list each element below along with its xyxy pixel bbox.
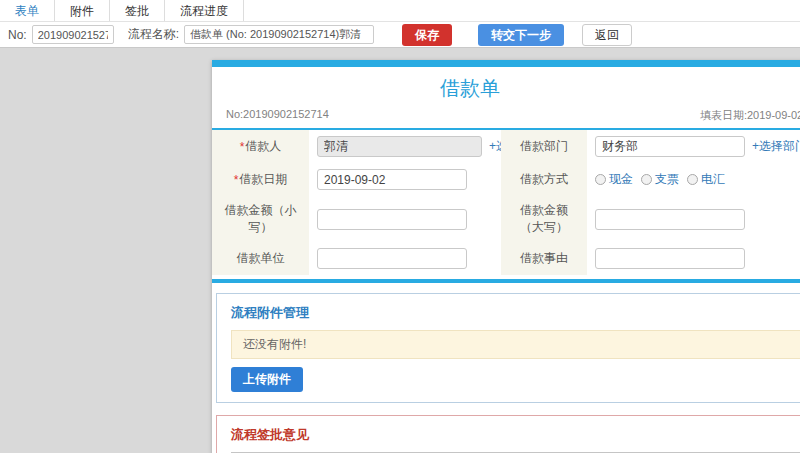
page-title: 借款单 [212, 75, 728, 102]
borrower-field-cell: +选择人员 [309, 130, 501, 163]
process-name-input[interactable] [184, 25, 374, 44]
borrow-date-label: * 借款日期 [212, 163, 309, 196]
department-label: 借款部门 [501, 130, 587, 163]
borrow-method-field-cell: 现金 支票 电汇 [587, 163, 800, 196]
form-no-text: No:20190902152714 [226, 108, 329, 123]
radio-cash-label: 现金 [609, 171, 633, 188]
form-date-text: 填表日期:2019-09-02 15:27:1 [700, 108, 800, 123]
approval-section: 流程签批意见 B I abc [216, 415, 800, 453]
radio-button-icon[interactable] [595, 174, 606, 185]
loan-form-panel: 借款单 No:20190902152714 填表日期:2019-09-02 15… [212, 60, 800, 453]
back-button[interactable]: 返回 [582, 24, 632, 46]
tab-bar: 表单 附件 签批 流程进度 [0, 0, 800, 22]
tab-process-progress[interactable]: 流程进度 [165, 0, 244, 21]
amount-lowercase-label-text: 借款金额（小写） [220, 202, 301, 236]
no-attachments-alert: 还没有附件! [231, 330, 800, 359]
radio-wire-transfer-label: 电汇 [701, 171, 725, 188]
no-input[interactable] [32, 25, 114, 44]
amount-uppercase-field-cell [587, 196, 800, 242]
department-label-text: 借款部门 [520, 138, 568, 155]
radio-cash[interactable]: 现金 [595, 171, 633, 188]
borrow-date-label-text: 借款日期 [239, 171, 287, 188]
loan-form-grid: * 借款人 +选择人员 借款部门 +选择部门 * 借款日期 借款方式 [212, 128, 800, 275]
tab-attachments[interactable]: 附件 [55, 0, 110, 21]
department-field-cell: +选择部门 [587, 130, 800, 163]
no-label: No: [8, 28, 27, 42]
process-name-label: 流程名称: [128, 26, 179, 43]
radio-cheque[interactable]: 支票 [641, 171, 679, 188]
borrower-label: * 借款人 [212, 130, 309, 163]
attachments-section-title: 流程附件管理 [231, 304, 800, 322]
tab-form[interactable]: 表单 [0, 0, 55, 21]
borrow-date-field-cell [309, 163, 501, 196]
borrow-reason-label-text: 借款事由 [520, 250, 568, 267]
radio-button-icon[interactable] [641, 174, 652, 185]
borrow-method-radio-group: 现金 支票 电汇 [595, 171, 733, 188]
panel-top-accent-bar [212, 60, 800, 67]
radio-cheque-label: 支票 [655, 171, 679, 188]
tab-approval[interactable]: 签批 [110, 0, 165, 21]
borrow-unit-field-cell [309, 242, 501, 275]
control-bar: No: 流程名称: 保存 转交下一步 返回 [0, 22, 800, 48]
amount-lowercase-label: 借款金额（小写） [212, 196, 309, 242]
amount-lowercase-field-cell [309, 196, 501, 242]
borrow-method-label-text: 借款方式 [520, 171, 568, 188]
department-input[interactable] [595, 136, 745, 157]
amount-lowercase-input[interactable] [317, 209, 467, 230]
borrow-reason-input[interactable] [595, 248, 745, 269]
form-meta-row: No:20190902152714 填表日期:2019-09-02 15:27:… [212, 108, 800, 123]
radio-button-icon[interactable] [687, 174, 698, 185]
amount-uppercase-label: 借款金额（大写） [501, 196, 587, 242]
borrow-unit-label: 借款单位 [212, 242, 309, 275]
borrow-date-input[interactable] [317, 169, 467, 190]
required-mark: * [234, 173, 239, 187]
amount-uppercase-label-text: 借款金额（大写） [509, 202, 579, 236]
forward-next-step-button[interactable]: 转交下一步 [478, 24, 564, 46]
upload-attachment-button[interactable]: 上传附件 [231, 367, 303, 392]
required-mark: * [240, 140, 245, 154]
borrower-label-text: 借款人 [245, 138, 281, 155]
borrower-input[interactable] [317, 136, 482, 157]
borrow-unit-input[interactable] [317, 248, 467, 269]
save-button[interactable]: 保存 [402, 24, 452, 46]
borrow-method-label: 借款方式 [501, 163, 587, 196]
attachments-section: 流程附件管理 还没有附件! 上传附件 [216, 293, 800, 403]
select-department-link[interactable]: +选择部门 [752, 138, 800, 155]
borrow-reason-field-cell [587, 242, 800, 275]
amount-uppercase-input[interactable] [595, 209, 745, 230]
form-bottom-accent-bar [212, 279, 800, 283]
radio-wire-transfer[interactable]: 电汇 [687, 171, 725, 188]
borrow-reason-label: 借款事由 [501, 242, 587, 275]
borrow-unit-label-text: 借款单位 [237, 250, 285, 267]
approval-section-title: 流程签批意见 [231, 426, 800, 444]
